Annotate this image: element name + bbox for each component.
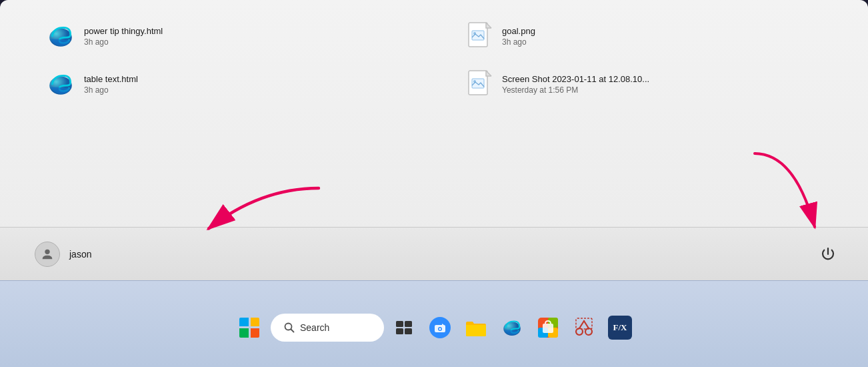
file-time: 3h ago — [84, 37, 163, 47]
search-button[interactable]: Search — [271, 314, 384, 342]
file-info: Screen Shot 2023-01-11 at 12.08.10... Ye… — [502, 74, 649, 95]
svg-rect-32 — [576, 318, 592, 329]
task-view-icon — [395, 318, 413, 337]
snip-icon — [573, 317, 595, 338]
recent-files-grid: power tip thingy.html 3h ago goal.png 3h… — [0, 0, 868, 117]
svg-rect-14 — [396, 321, 403, 327]
svg-marker-19 — [442, 324, 444, 325]
file-name: power tip thingy.html — [84, 26, 163, 36]
taskbar: Search — [0, 280, 868, 367]
user-account-button[interactable]: jason — [27, 236, 99, 272]
search-label: Search — [300, 322, 329, 333]
file-info: table text.html 3h ago — [84, 74, 138, 95]
image-file-icon — [467, 21, 493, 51]
file-time: 3h ago — [84, 85, 138, 95]
zoom-camera-icon — [433, 321, 447, 334]
folder-icon — [465, 318, 487, 338]
power-button[interactable] — [815, 241, 841, 268]
image-file-icon — [467, 69, 493, 99]
svg-point-21 — [439, 328, 441, 330]
svg-rect-27 — [543, 324, 553, 333]
file-time: 3h ago — [502, 37, 535, 47]
snip-sketch-button[interactable] — [568, 312, 600, 344]
file-info: goal.png 3h ago — [502, 26, 535, 47]
fx-icon: F/X — [608, 316, 632, 340]
file-item[interactable]: goal.png 3h ago — [461, 16, 828, 56]
fx-button[interactable]: F/X — [604, 312, 636, 344]
power-icon — [820, 246, 836, 262]
person-icon — [40, 247, 55, 262]
start-menu-bottom-bar: jason — [0, 227, 868, 280]
zoom-button[interactable] — [424, 312, 456, 344]
svg-line-31 — [584, 321, 589, 328]
file-name: table text.html — [84, 74, 138, 84]
svg-point-8 — [45, 249, 49, 254]
file-name: Screen Shot 2023-01-11 at 12.08.10... — [502, 74, 649, 84]
file-explorer-button[interactable] — [460, 312, 492, 344]
file-info: power tip thingy.html 3h ago — [84, 26, 163, 47]
user-name-label: jason — [69, 249, 91, 260]
zoom-icon — [429, 317, 451, 338]
search-icon — [284, 322, 295, 333]
svg-line-30 — [579, 321, 584, 328]
file-item[interactable]: table text.html 3h ago — [40, 64, 407, 104]
svg-rect-16 — [396, 328, 403, 334]
edge-icon — [47, 22, 75, 50]
edge-taskbar-icon — [501, 317, 523, 338]
store-icon — [537, 317, 559, 338]
edge-icon — [47, 70, 75, 98]
svg-line-13 — [291, 329, 294, 332]
ms-store-button[interactable] — [532, 312, 564, 344]
task-view-button[interactable] — [388, 312, 420, 344]
file-item[interactable]: Screen Shot 2023-01-11 at 12.08.10... Ye… — [461, 64, 828, 104]
svg-rect-15 — [405, 321, 412, 327]
start-button[interactable] — [232, 310, 267, 345]
file-time: Yesterday at 1:56 PM — [502, 85, 649, 95]
windows-logo — [239, 318, 259, 338]
user-avatar — [35, 242, 60, 267]
file-name: goal.png — [502, 26, 535, 36]
file-item[interactable]: power tip thingy.html 3h ago — [40, 16, 407, 56]
edge-button[interactable] — [496, 312, 528, 344]
svg-rect-17 — [405, 328, 412, 334]
